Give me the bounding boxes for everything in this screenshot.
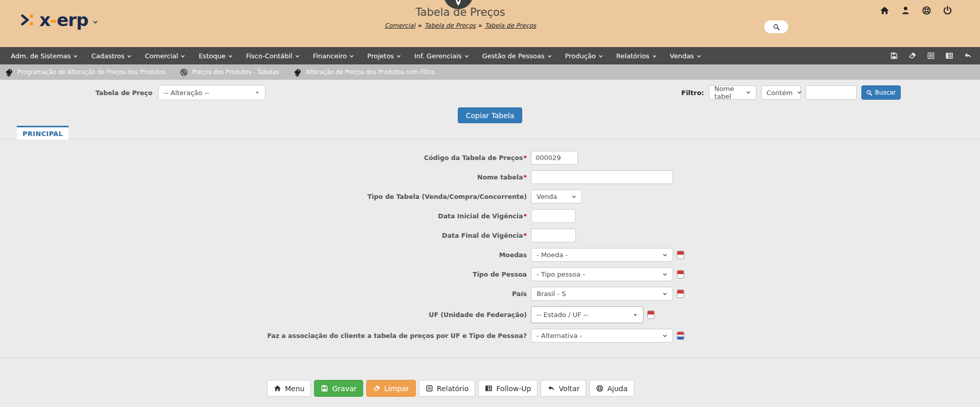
menu-item-label: Adm. de Sistemas xyxy=(11,52,71,60)
home-icon[interactable] xyxy=(880,6,889,15)
field-control xyxy=(531,209,576,223)
search-button[interactable] xyxy=(764,20,788,33)
breadcrumb-link-tabela-de-precos[interactable]: Tabela de Preços xyxy=(485,22,536,29)
limpar-button[interactable]: Limpar xyxy=(366,380,416,397)
main-menubar: Adm. de SistemasCadastrosComercialEstoqu… xyxy=(0,47,980,64)
uf-unidade-de-federacao-select[interactable]: -- Estado / UF -- xyxy=(531,306,643,323)
menu-item-adm-de-sistemas[interactable]: Adm. de Sistemas xyxy=(4,47,84,64)
data-inicial-de-vigencia-input[interactable] xyxy=(531,209,576,223)
chevron-down-icon xyxy=(746,90,751,95)
menu-item-inf-gerenciais[interactable]: Inf. Gerenciais xyxy=(408,47,475,64)
buscar-label: Buscar xyxy=(875,89,896,96)
red-book-icon[interactable] xyxy=(647,310,655,319)
button-label: Gravar xyxy=(332,385,357,393)
logo[interactable]: x-erp xyxy=(19,11,98,29)
menu-item-vendas[interactable]: Vendas xyxy=(663,47,708,64)
select-value: - Moeda - xyxy=(537,251,568,259)
menu-item-label: Comercial xyxy=(145,52,178,60)
field-control: Venda xyxy=(531,190,582,204)
field-control xyxy=(531,170,673,184)
menu-item-fisco-contabil[interactable]: Fisco-Contábil xyxy=(239,47,306,64)
help-ring-icon[interactable] xyxy=(922,6,931,15)
tipo-de-pessoa-select[interactable]: - Tipo pessoa - xyxy=(531,267,673,281)
voltar-button[interactable]: Voltar xyxy=(541,380,586,397)
breadcrumb-link-comercial[interactable]: Comercial xyxy=(385,22,415,29)
menu-item-label: Produção xyxy=(565,52,596,60)
buscar-button[interactable]: Buscar xyxy=(861,85,901,100)
price-table-select-label: Tabela de Preço xyxy=(82,89,152,97)
back-icon[interactable] xyxy=(964,52,972,60)
gravar-button[interactable]: Gravar xyxy=(314,380,363,397)
eraser-icon[interactable] xyxy=(908,52,917,60)
filtro-label: Filtro: xyxy=(681,89,704,97)
menu-item-projetos[interactable]: Projetos xyxy=(361,47,408,64)
copiar-tabela-button[interactable]: Copiar Tabela xyxy=(458,107,523,123)
menu-item-gestao-de-pessoas[interactable]: Gestão de Pessoas xyxy=(476,47,559,64)
menu-caret-icon xyxy=(598,54,603,59)
footer-button-bar: MenuGravarLimparRelatórioFollow-UpVoltar… xyxy=(0,357,980,406)
follow-up-button[interactable]: Follow-Up xyxy=(478,380,538,397)
menu-item-comercial[interactable]: Comercial xyxy=(138,47,192,64)
power-icon[interactable] xyxy=(943,6,952,15)
tipo-de-tabela-venda-compra-concorrente-select[interactable]: Venda xyxy=(531,190,582,204)
eraser-icon xyxy=(373,385,381,392)
field-label: Nome tabela* xyxy=(0,173,527,181)
filter-operator-value: Contém xyxy=(767,89,793,97)
menu-caret-icon xyxy=(697,54,701,59)
quicklink-alteracao-de-precos-dos-produtos-com-filtro[interactable]: Alteração de Preços dos Produtos com Fil… xyxy=(293,68,435,77)
menu-button[interactable]: Menu xyxy=(267,380,311,397)
form-row-uf-unidade-de-federacao: UF (Unidade de Federação)-- Estado / UF … xyxy=(0,306,980,323)
button-label: Menu xyxy=(285,385,304,393)
red-blue-book-icon[interactable] xyxy=(676,331,685,340)
quicklink-programacao-de-alteracao-de-precos-dos-produtos[interactable]: Programação de Alteração de Preços dos P… xyxy=(5,68,166,77)
menu-item-estoque[interactable]: Estoque xyxy=(192,47,239,64)
field-label: Data Final de Vigência* xyxy=(0,232,527,239)
filter-field-select[interactable]: Nome tabel xyxy=(709,85,756,100)
relatorio-button[interactable]: Relatório xyxy=(419,380,475,397)
quicklink-label: Preços dos Produtos - Tabelas xyxy=(192,69,279,76)
quicklink-precos-dos-produtos-tabelas[interactable]: Preços dos Produtos - Tabelas xyxy=(180,68,279,77)
filter-search-input[interactable] xyxy=(806,85,857,100)
form-row-data-final-de-vigencia: Data Final de Vigência* xyxy=(0,229,980,242)
form-row-moedas: Moedas- Moeda - xyxy=(0,248,980,262)
menu-item-relatorios[interactable]: Relatórios xyxy=(610,47,663,64)
breadcrumb-separator: » xyxy=(418,22,422,29)
tab-principal[interactable]: PRINCIPAL xyxy=(17,126,69,140)
faz-a-associacao-do-cliente-a-tabela-de-precos-por-uf-e-tipo-de-pessoa-select[interactable]: - Alternativa - xyxy=(531,329,673,343)
user-icon[interactable] xyxy=(901,6,910,15)
chevron-down-icon xyxy=(662,253,667,258)
field-control: - Moeda - xyxy=(531,248,685,262)
menu-item-cadastros[interactable]: Cadastros xyxy=(84,47,138,64)
menu-item-financeiro[interactable]: Financeiro xyxy=(306,47,361,64)
filter-field-value: Nome tabel xyxy=(715,85,742,100)
grid-icon[interactable] xyxy=(945,52,953,60)
price-tags-icon xyxy=(293,68,302,77)
report-icon[interactable] xyxy=(927,52,935,60)
moedas-select[interactable]: - Moeda - xyxy=(531,248,673,262)
menu-caret-icon xyxy=(181,54,185,59)
price-table-select[interactable]: -- Alteração -- xyxy=(158,85,265,100)
search-icon xyxy=(773,24,780,31)
menu-caret-icon xyxy=(396,54,401,59)
red-book-icon[interactable] xyxy=(676,251,685,259)
nome-tabela-input[interactable] xyxy=(531,170,673,184)
menu-item-label: Vendas xyxy=(670,52,694,60)
breadcrumb-link-tabela-de-precos[interactable]: Tabela de Preços xyxy=(425,22,476,29)
data-final-de-vigencia-input[interactable] xyxy=(531,229,576,242)
select-value: -- Estado / UF -- xyxy=(537,311,588,319)
required-asterisk: * xyxy=(523,232,527,239)
menu-caret-icon xyxy=(73,54,78,59)
pais-select[interactable]: Brasil - S xyxy=(531,287,673,301)
menu-caret-icon xyxy=(652,54,657,59)
codigo-da-tabela-de-precos-input[interactable] xyxy=(531,151,578,165)
red-book-icon[interactable] xyxy=(676,270,685,279)
filter-operator-select[interactable]: Contém xyxy=(761,85,801,100)
select-value: - Alternativa - xyxy=(537,332,582,340)
form-row-codigo-da-tabela-de-precos: Código da Tabela de Preços* xyxy=(0,151,980,165)
price-table-filter-group: Tabela de Preço -- Alteração -- xyxy=(82,85,265,100)
save-icon[interactable] xyxy=(890,52,898,60)
price-tags-icon xyxy=(5,68,13,77)
menu-item-producao[interactable]: Produção xyxy=(559,47,610,64)
red-book-icon[interactable] xyxy=(676,289,685,298)
ajuda-button[interactable]: Ajuda xyxy=(589,380,634,397)
